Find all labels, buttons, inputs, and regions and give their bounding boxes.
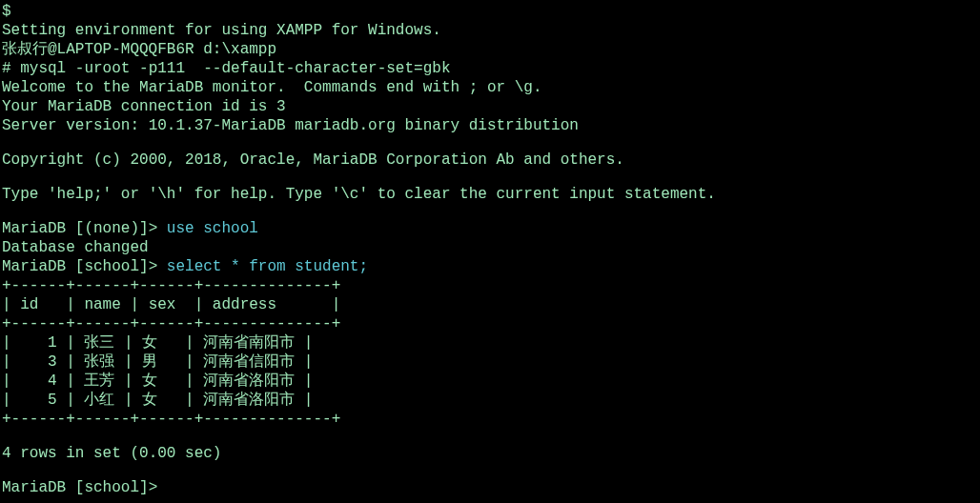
text-line: Welcome to the MariaDB monitor. Commands… xyxy=(2,78,978,97)
mariadb-prompt: MariaDB [(none)]> xyxy=(2,220,167,237)
prompt-line: MariaDB [school]> select * from student; xyxy=(2,257,978,276)
sql-command: select * from student; xyxy=(167,258,368,275)
text-line: Server version: 10.1.37-MariaDB mariadb.… xyxy=(2,116,978,135)
text-line: Copyright (c) 2000, 2018, Oracle, MariaD… xyxy=(2,151,978,170)
table-header: | id | name | sex | address | xyxy=(2,295,978,314)
text-line: Type 'help;' or '\h' for help. Type '\c'… xyxy=(2,185,978,204)
prompt-line: MariaDB [(none)]> use school xyxy=(2,219,978,238)
text-line: Setting environment for using XAMPP for … xyxy=(2,21,978,40)
sql-command: use school xyxy=(167,220,258,237)
table-row: | 5 | 小红 | 女 | 河南省洛阳市 | xyxy=(2,391,978,410)
table-border: +------+------+------+--------------+ xyxy=(2,276,978,295)
text-line: Database changed xyxy=(2,238,978,257)
text-line: Your MariaDB connection id is 3 xyxy=(2,97,978,116)
mariadb-prompt: MariaDB [school]> xyxy=(2,479,167,496)
table-row: | 1 | 张三 | 女 | 河南省南阳市 | xyxy=(2,333,978,352)
mariadb-prompt: MariaDB [school]> xyxy=(2,258,167,275)
prompt-dollar: $ xyxy=(2,2,978,21)
table-border: +------+------+------+--------------+ xyxy=(2,410,978,429)
text-line: # mysql -uroot -p111 --default-character… xyxy=(2,59,978,78)
table-row: | 3 | 张强 | 男 | 河南省信阳市 | xyxy=(2,352,978,372)
text-line: 张叔行@LAPTOP-MQQQFB6R d:\xampp xyxy=(2,40,978,59)
prompt-line[interactable]: MariaDB [school]> xyxy=(2,478,978,497)
terminal[interactable]: $ Setting environment for using XAMPP fo… xyxy=(2,2,978,497)
table-border: +------+------+------+--------------+ xyxy=(2,314,978,333)
table-row: | 4 | 王芳 | 女 | 河南省洛阳市 | xyxy=(2,372,978,391)
result-summary: 4 rows in set (0.00 sec) xyxy=(2,444,978,463)
